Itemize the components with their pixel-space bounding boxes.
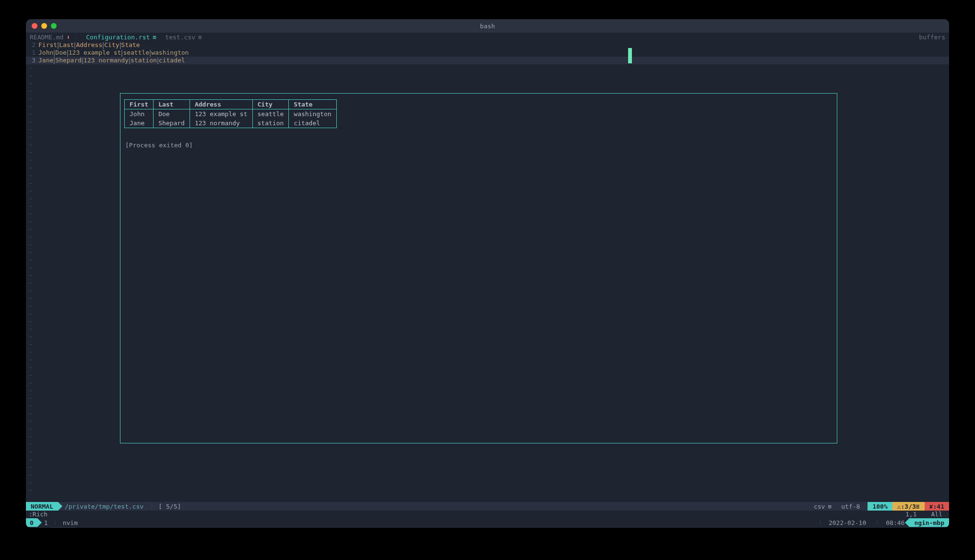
filetype-indicator: csv ≡: [809, 502, 836, 511]
editor-pane[interactable]: 2 FirstLastAddressCityState 1 JohnDoe123…: [26, 41, 949, 502]
encoding-indicator: utf-8: [836, 502, 868, 511]
tmux-date: 2022-02-10: [824, 519, 871, 526]
tmux-hostname: ngin-mbp: [909, 518, 949, 527]
separator-icon: 〈: [871, 518, 881, 527]
tab-label: README.md: [30, 34, 63, 41]
line-number: 3: [26, 57, 38, 64]
tab-configuration[interactable]: Configuration.rst ≡: [82, 34, 161, 41]
editor-line: 1 JohnDoe123 example stseattlewashington: [26, 49, 949, 57]
table-header: City: [252, 100, 289, 109]
tab-testcsv[interactable]: test.csv ≡: [161, 34, 207, 41]
empty-line-tildes: ~~~~~~~~~~ ~~~~~~~~~~ ~~~~~~~~~~ ~~~~~~~…: [29, 64, 33, 494]
line-content: FirstLastAddressCityState: [38, 41, 140, 49]
minimize-icon[interactable]: [41, 23, 47, 29]
scroll-indicator: All: [931, 511, 942, 518]
line-content: JaneShepard123 normandystationcitadel: [38, 57, 185, 64]
separator-icon: 〉: [51, 518, 63, 527]
separator-icon: 〉: [150, 502, 156, 511]
tmux-statusline-bottom: bash bash: [26, 527, 949, 528]
line-number: 2: [26, 41, 38, 49]
tab-separator-icon: 〉: [74, 33, 82, 41]
table-cell: Jane: [125, 119, 154, 128]
table-header: Address: [190, 100, 252, 109]
tab-label: test.csv: [165, 34, 195, 41]
statusline: NORMAL /private/tmp/test.csv 〉 [ 5/5] cs…: [26, 502, 949, 511]
editor-line: 2 FirstLastAddressCityState: [26, 41, 949, 49]
table-row: Jane Shepard 123 normandy station citade…: [125, 119, 337, 128]
buffer-tabline: README.md ⬇ 〉 Configuration.rst ≡ test.c…: [26, 33, 949, 41]
close-icon[interactable]: [32, 23, 37, 29]
cursor-icon: [628, 48, 632, 63]
table-cell: station: [252, 119, 289, 128]
command-line[interactable]: :Rich 1,1 All: [26, 511, 949, 518]
table-cell: 123 example st: [190, 109, 252, 119]
titlebar[interactable]: bash: [26, 19, 949, 33]
table-cell: seattle: [252, 109, 289, 119]
terminal-window: bash README.md ⬇ 〉 Configuration.rst ≡ t…: [26, 19, 949, 528]
floating-terminal-window[interactable]: First Last Address City State John Doe 1…: [120, 93, 837, 443]
tmux-statusline-top: 0 1 〉 nvim 〈 2022-02-10 〈 08:46 ngin-mbp: [26, 518, 949, 527]
filetype-icon: ≡: [198, 34, 203, 41]
tmux-current-command: nvim: [63, 519, 78, 526]
table-cell: washington: [289, 109, 336, 119]
vim-mode-indicator: NORMAL: [26, 502, 58, 511]
table-row: John Doe 123 example st seattle washingt…: [125, 109, 337, 119]
table-cell: 123 normandy: [190, 119, 252, 128]
command-text: :Rich: [29, 511, 48, 518]
table-cell: Doe: [154, 109, 190, 119]
table-header: Last: [154, 100, 190, 109]
table-cell: citadel: [289, 119, 336, 128]
table-cell: John: [125, 109, 154, 119]
search-count: [ 5/5]: [156, 503, 183, 510]
cursor-position: 1,1: [905, 511, 916, 518]
tmux-window-index[interactable]: 0: [26, 518, 37, 527]
tmux-pane-shell[interactable]: bash: [50, 527, 75, 528]
line-number: 1: [26, 49, 38, 57]
filetype-icon: ≡: [828, 503, 832, 510]
tabline-right-label: buffers: [919, 34, 949, 41]
table-header: First: [125, 100, 154, 109]
tmux-pane-shell[interactable]: bash: [26, 527, 46, 528]
traffic-lights: [32, 23, 57, 29]
tab-label: Configuration.rst: [86, 34, 150, 41]
table-cell: Shepard: [154, 119, 190, 128]
tab-readme[interactable]: README.md ⬇: [26, 34, 74, 41]
file-path: /private/tmp/test.csv: [58, 503, 150, 510]
table-header: State: [289, 100, 336, 109]
scroll-percent: 100%: [868, 502, 892, 511]
process-exit-message: [Process exited 0]: [125, 142, 833, 149]
diagnostics-warning: ⚠:3/3≡: [892, 502, 925, 511]
modified-icon: ⬇: [66, 34, 70, 41]
filetype-icon: ≡: [153, 34, 157, 41]
line-content: JohnDoe123 example stseattlewashington: [38, 49, 189, 57]
table-header-row: First Last Address City State: [125, 100, 337, 109]
separator-icon: 〈: [814, 518, 824, 527]
window-title: bash: [480, 23, 495, 30]
csv-preview-table: First Last Address City State John Doe 1…: [124, 99, 337, 128]
diagnostics-error: ✘:41: [925, 502, 949, 511]
editor-line-current: 3 JaneShepard123 normandystationcitadel: [26, 57, 949, 64]
maximize-icon[interactable]: [51, 23, 57, 29]
statusline-right: csv ≡ utf-8 100% ⚠:3/3≡ ✘:41: [809, 502, 949, 511]
